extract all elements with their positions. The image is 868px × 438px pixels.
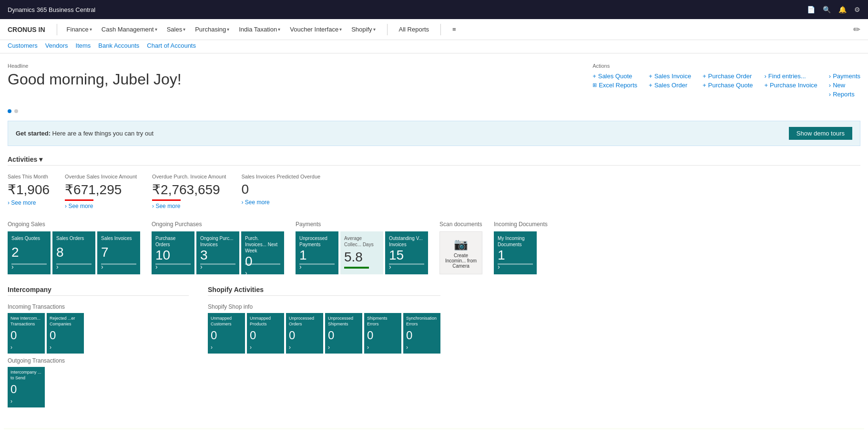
intercompany-incoming: Incoming Transactions New Intercom... Tr…: [8, 303, 189, 354]
bell-icon[interactable]: 🔔: [838, 6, 847, 13]
tile-unmapped-products[interactable]: Unmapped Products 0 ›: [247, 313, 284, 354]
tile-group-label-incoming-documents: Incoming Documents: [494, 221, 548, 228]
tile-purchase-orders[interactable]: Purchase Orders 10 ›: [152, 231, 194, 274]
action-reports[interactable]: › Reports: [829, 91, 860, 98]
action-sales-invoice[interactable]: + Sales Invoice: [649, 73, 691, 80]
tile-sales-invoices[interactable]: Sales Invoices 7 ›: [97, 231, 140, 274]
tile-unprocessed-orders[interactable]: Unprocessed Orders 0 ›: [286, 313, 323, 354]
activity-sales-this-month: Sales This Month ₹1,906 › See more: [8, 173, 50, 209]
tile-intercompany-to-send[interactable]: Intercompany ... to Send 0 ›: [8, 367, 45, 407]
tile-row-ongoing-purchases: Purchase Orders 10 › Ongoing Purc... Inv…: [152, 231, 284, 274]
quicklink-bank-accounts[interactable]: Bank Accounts: [98, 42, 139, 49]
nav-purchasing[interactable]: Purchasing ▾: [191, 24, 233, 35]
camera-icon: 📷: [454, 238, 468, 251]
see-more-3[interactable]: › See more: [241, 199, 320, 206]
activities-section: Activities ▾ Sales This Month ₹1,906 › S…: [8, 156, 860, 209]
nav-india-taxation[interactable]: India Taxation ▾: [235, 24, 284, 35]
action-purchase-order[interactable]: + Purchase Order: [703, 73, 753, 80]
see-more-1[interactable]: › See more: [65, 203, 137, 209]
nav-sales[interactable]: Sales ▾: [163, 24, 190, 35]
nav-shopify[interactable]: Shopify ▾: [347, 24, 379, 35]
shopify-tiles-row: Unmapped Customers 0 › Unmapped Products…: [208, 313, 440, 354]
activities-title: Activities ▾: [8, 156, 860, 163]
quicklink-chart-of-accounts[interactable]: Chart of Accounts: [147, 42, 196, 49]
activity-underline-1: [65, 199, 93, 201]
tile-new-intercom-transactions[interactable]: New Intercom... Transactions 0 ›: [8, 313, 45, 354]
tile-sales-orders[interactable]: Sales Orders 8 ›: [52, 231, 95, 274]
shopify-divider: [208, 295, 440, 296]
tile-rejected-companies[interactable]: Rejected ...er Companies 0 ›: [47, 313, 84, 354]
action-new[interactable]: › New: [829, 82, 860, 89]
tile-ongoing-purc-invoices[interactable]: Ongoing Purc... Invoices 3 ›: [196, 231, 239, 274]
carousel-dots: [8, 109, 860, 113]
see-more-2[interactable]: › See more: [152, 203, 226, 209]
actions-section: Actions + Sales Quote + Sales Invoice + …: [592, 63, 860, 98]
dot-active[interactable]: [8, 109, 11, 113]
headline-text: Good morning, Jubel Joy!: [8, 71, 182, 88]
camera-label: Create Incomin... from Camera: [444, 253, 478, 269]
action-sales-order[interactable]: + Sales Order: [649, 82, 691, 89]
tile-shipments-errors[interactable]: Shipments Errors 0 ›: [364, 313, 401, 354]
dot-inactive[interactable]: [14, 109, 18, 113]
nav-finance[interactable]: Finance ▾: [63, 24, 96, 35]
tile-group-scan-documents: Scan documents 📷 Create Incomin... from …: [439, 221, 482, 274]
tile-create-incoming-camera[interactable]: 📷 Create Incomin... from Camera: [439, 231, 482, 274]
get-started-prefix: Get started:: [16, 130, 51, 137]
tile-group-ongoing-purchases: Ongoing Purchases Purchase Orders 10 › O…: [152, 221, 284, 274]
tile-purch-invoices-next-week[interactable]: Purch. Invoices... Next Week 0 ›: [241, 231, 284, 274]
nav-voucher-interface[interactable]: Voucher Interface ▾: [286, 24, 346, 35]
top-bar-icons: 📄 🔍 🔔 ⚙: [807, 6, 860, 13]
nav-divider-3: [440, 24, 441, 35]
activity-overdue-purch: Overdue Purch. Invoice Amount ₹2,763,659…: [152, 173, 226, 209]
activity-value-2: ₹2,763,659: [152, 182, 226, 198]
tile-group-incoming-documents: Incoming Documents My Incoming Documents…: [494, 221, 548, 274]
action-purchase-invoice[interactable]: + Purchase Invoice: [765, 82, 817, 89]
gear-icon[interactable]: ⚙: [854, 6, 860, 13]
tile-row-incoming-documents: My Incoming Documents 1 ›: [494, 231, 548, 274]
get-started-text: Get started: Here are a few things you c…: [16, 130, 153, 137]
quicklink-vendors[interactable]: Vendors: [45, 42, 68, 49]
activity-value-1: ₹671,295: [65, 182, 137, 198]
tile-group-label-payments: Payments: [296, 221, 428, 228]
nav-divider: [57, 24, 57, 35]
tile-my-incoming-documents[interactable]: My Incoming Documents 1 ›: [494, 231, 537, 274]
action-excel-reports[interactable]: ⊞ Excel Reports: [592, 82, 637, 89]
tile-average-collect-days[interactable]: Average Collec... Days 5.8: [340, 231, 383, 274]
nav-cash-management[interactable]: Cash Management ▾: [98, 24, 161, 35]
nav-all-reports[interactable]: All Reports: [395, 24, 433, 35]
tile-sales-quotes[interactable]: Sales Quotes 2 ›: [8, 231, 51, 274]
nav-more-button[interactable]: ≡: [449, 24, 460, 35]
quicklink-customers[interactable]: Customers: [8, 42, 38, 49]
quicklink-items[interactable]: Items: [76, 42, 91, 49]
show-demo-tours-button[interactable]: Show demo tours: [789, 127, 852, 140]
finance-arrow: ▾: [90, 27, 92, 32]
document-icon[interactable]: 📄: [807, 6, 815, 13]
tile-group-ongoing-sales: Ongoing Sales Sales Quotes 2 › Sales Ord…: [8, 221, 140, 274]
tile-synchronisation-errors[interactable]: Synchronisation Errors 0 ›: [403, 313, 440, 354]
activity-label-1: Overdue Sales Invoice Amount: [65, 173, 137, 180]
activities-divider: [8, 165, 860, 166]
quick-links-bar: Customers Vendors Items Bank Accounts Ch…: [0, 40, 868, 53]
headline-label: Headline: [8, 63, 182, 69]
activity-cards: Sales This Month ₹1,906 › See more Overd…: [8, 173, 860, 209]
action-payments[interactable]: › Payments: [829, 73, 860, 80]
search-icon[interactable]: 🔍: [823, 6, 831, 13]
see-more-0[interactable]: › See more: [8, 199, 50, 206]
action-purchase-quote[interactable]: + Purchase Quote: [703, 82, 753, 89]
action-find-entries[interactable]: › Find entries...: [765, 73, 817, 80]
bottom-sections: Intercompany Incoming Transactions New I…: [8, 286, 860, 407]
activity-value-0: ₹1,906: [8, 182, 50, 198]
headline-block: Headline Good morning, Jubel Joy!: [8, 63, 182, 88]
tile-unmapped-customers[interactable]: Unmapped Customers 0 ›: [208, 313, 245, 354]
tile-group-label-ongoing-purchases: Ongoing Purchases: [152, 221, 284, 228]
shopify-title: Shopify Activities: [208, 286, 440, 293]
activity-underline-2: [152, 199, 181, 201]
activities-chevron[interactable]: ▾: [39, 156, 42, 163]
purchasing-arrow: ▾: [227, 27, 229, 32]
edit-icon[interactable]: ✏: [853, 24, 860, 35]
tile-unprocessed-shipments[interactable]: Unprocessed Shipments 0 ›: [325, 313, 362, 354]
tile-outstanding-invoices[interactable]: Outstanding V... Invoices 15 ›: [385, 231, 428, 274]
page-content: Headline Good morning, Jubel Joy! Action…: [0, 53, 868, 438]
action-sales-quote[interactable]: + Sales Quote: [592, 73, 637, 80]
tile-unprocessed-payments[interactable]: Unprocessed Payments 1 ›: [296, 231, 338, 274]
